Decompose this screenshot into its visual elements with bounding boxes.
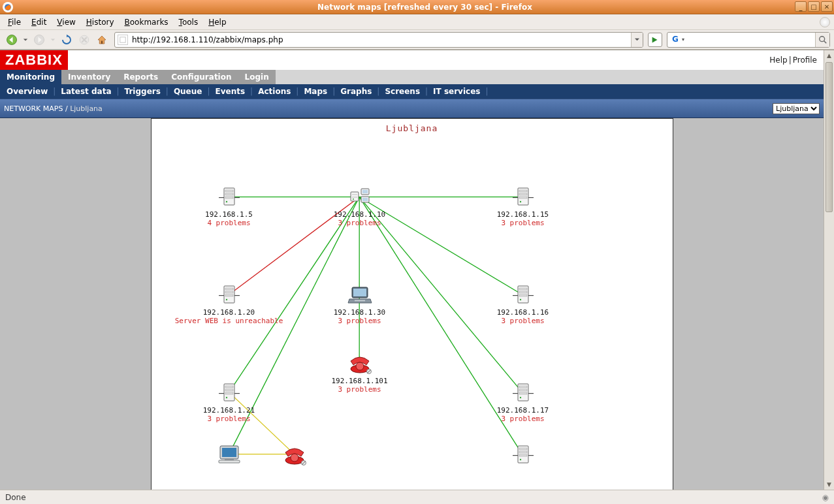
phone-icon — [280, 443, 309, 467]
node-ip: 192.168.1.10 — [334, 210, 385, 219]
status-text: Done — [5, 493, 26, 502]
map-node-192.168.1.5[interactable]: 192.168.1.54 problems — [184, 185, 275, 227]
main-nav: MonitoringInventoryReportsConfigurationL… — [0, 70, 824, 84]
menu-tools[interactable]: Tools — [175, 16, 202, 28]
map-node-n12[interactable] — [477, 443, 569, 467]
sub-nav: Overview|Latest data|Triggers|Queue|Even… — [0, 84, 824, 99]
app-window: Network maps [refreshed every 30 sec] - … — [0, 0, 834, 504]
breadcrumb-bar: NETWORK MAPS / Ljubljana Ljubljana — [0, 99, 824, 118]
map-node-192.168.1.21[interactable]: 192.168.1.213 problems — [184, 381, 275, 423]
subtab-actions[interactable]: Actions — [253, 87, 296, 96]
subtab-screens[interactable]: Screens — [379, 87, 425, 96]
breadcrumb-current: Ljubljana — [70, 104, 103, 113]
page-favicon — [118, 35, 128, 45]
home-button[interactable] — [94, 32, 110, 48]
reload-button[interactable] — [59, 32, 74, 48]
menu-history[interactable]: History — [82, 16, 118, 28]
zabbix-logo: ZABBIX — [0, 50, 68, 70]
browser-viewport: ZABBIX Help | Profile MonitoringInventor… — [0, 50, 834, 490]
node-status: 3 problems — [501, 415, 544, 423]
header-links: Help | Profile — [769, 50, 824, 70]
subtab-graphs[interactable]: Graphs — [335, 87, 377, 96]
go-button[interactable] — [648, 33, 662, 47]
status-eye-icon: ◉ — [822, 493, 829, 502]
zabbix-header: ZABBIX Help | Profile — [0, 50, 824, 70]
search-input[interactable] — [687, 35, 815, 45]
map-canvas: Ljubljana 192.168.1.54 problems192.168.1… — [151, 118, 673, 490]
help-link[interactable]: Help — [769, 55, 787, 65]
server-icon — [509, 443, 537, 467]
browser-statusbar: Done ◉ — [0, 490, 834, 504]
urlbar-input[interactable] — [131, 35, 631, 44]
profile-link[interactable]: Profile — [793, 55, 817, 65]
server-icon — [509, 283, 537, 307]
node-ip: 192.168.1.15 — [497, 210, 549, 219]
map-node-192.168.1.15[interactable]: 192.168.1.153 problems — [477, 185, 569, 227]
stop-button — [76, 32, 92, 48]
tab-configuration[interactable]: Configuration — [165, 70, 238, 84]
scroll-thumb[interactable] — [826, 62, 833, 212]
window-minimize-button[interactable]: _ — [795, 1, 807, 12]
page-scrollbar[interactable]: ▲ ▼ — [824, 50, 834, 490]
subtab-triggers[interactable]: Triggers — [120, 87, 166, 96]
map-node-192.168.1.17[interactable]: 192.168.1.173 problems — [477, 381, 569, 423]
search-engine-icon[interactable]: G — [670, 35, 681, 45]
tab-login[interactable]: Login — [238, 70, 276, 84]
node-status: 4 problems — [207, 219, 250, 227]
scroll-down-arrow[interactable]: ▼ — [824, 479, 834, 490]
phone-icon — [345, 352, 374, 375]
search-engine-dropdown[interactable]: ▾ — [682, 37, 684, 42]
window-titlebar: Network maps [refreshed every 30 sec] - … — [0, 0, 834, 14]
map-node-192.168.1.101[interactable]: 192.168.1.1013 problems — [314, 352, 406, 394]
menubar: FileEditViewHistoryBookmarksToolsHelp — [0, 14, 834, 30]
node-ip: 192.168.1.20 — [203, 308, 255, 317]
subtab-latest-data[interactable]: Latest data — [56, 87, 116, 96]
server-icon — [215, 185, 244, 209]
subtab-it-services[interactable]: IT services — [428, 87, 485, 96]
urlbar-history-dropdown[interactable] — [631, 33, 643, 47]
back-history-dropdown[interactable] — [22, 32, 29, 48]
map-node-n11[interactable] — [249, 443, 340, 467]
map-select[interactable]: Ljubljana — [773, 103, 820, 114]
subtab-events[interactable]: Events — [210, 87, 251, 96]
scroll-up-arrow[interactable]: ▲ — [824, 50, 834, 61]
svg-point-31 — [819, 36, 824, 41]
server-icon — [509, 185, 537, 209]
node-status: 3 problems — [501, 317, 544, 325]
server-icon — [215, 381, 244, 405]
window-maximize-button[interactable]: □ — [808, 1, 820, 12]
node-status: 3 problems — [338, 385, 381, 394]
subtab-overview[interactable]: Overview — [1, 87, 53, 96]
map-node-192.168.1.20[interactable]: 192.168.1.20Server WEB is unreachable — [184, 283, 275, 325]
menu-help[interactable]: Help — [204, 16, 230, 28]
window-close-button[interactable]: ✕ — [821, 1, 833, 12]
node-ip: 192.168.1.101 — [331, 377, 387, 385]
map-node-192.168.1.16[interactable]: 192.168.1.163 problems — [477, 283, 569, 325]
back-button[interactable] — [4, 32, 20, 48]
menu-edit[interactable]: Edit — [27, 16, 50, 28]
page-content: ZABBIX Help | Profile MonitoringInventor… — [0, 50, 824, 490]
node-ip: 192.168.1.21 — [203, 406, 255, 415]
window-title: Network maps [refreshed every 30 sec] - … — [16, 3, 834, 12]
page: ZABBIX Help | Profile MonitoringInventor… — [0, 50, 834, 490]
forward-button — [31, 32, 47, 48]
breadcrumb: NETWORK MAPS / Ljubljana — [4, 104, 103, 113]
menu-file[interactable]: File — [4, 16, 25, 28]
workstation-icon — [215, 443, 244, 467]
breadcrumb-section: NETWORK MAPS — [4, 104, 63, 113]
tab-inventory[interactable]: Inventory — [61, 70, 117, 84]
laptop-icon — [345, 283, 374, 307]
hub-icon — [345, 185, 374, 209]
menu-view[interactable]: View — [53, 16, 79, 28]
subtab-maps[interactable]: Maps — [298, 87, 332, 96]
search-submit-button[interactable] — [815, 33, 829, 47]
server-icon — [215, 283, 244, 307]
tab-monitoring[interactable]: Monitoring — [0, 70, 61, 84]
tab-reports[interactable]: Reports — [117, 70, 165, 84]
node-ip: 192.168.1.17 — [497, 406, 549, 415]
map-node-192.168.1.30[interactable]: 192.168.1.303 problems — [314, 283, 406, 325]
menu-bookmarks[interactable]: Bookmarks — [121, 16, 172, 28]
subtab-queue[interactable]: Queue — [168, 87, 208, 96]
node-status: 3 problems — [338, 219, 381, 227]
map-node-192.168.1.10[interactable]: 192.168.1.103 problems — [314, 185, 406, 227]
